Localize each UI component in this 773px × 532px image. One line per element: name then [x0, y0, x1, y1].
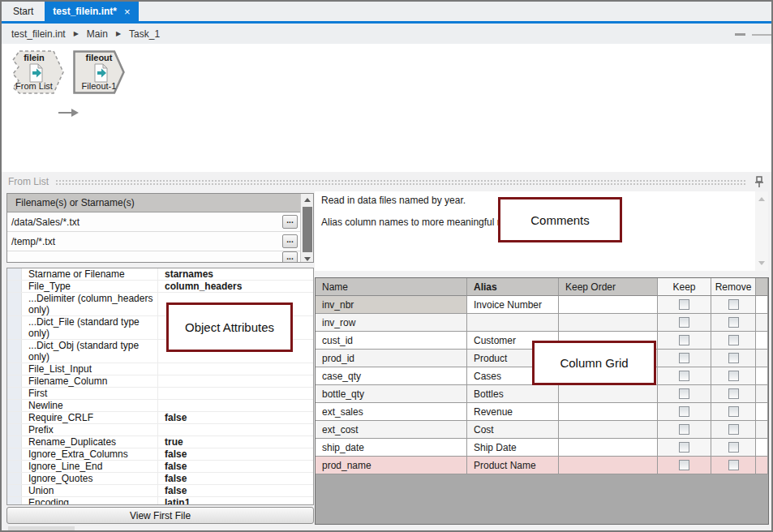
filename-row[interactable]: ... [7, 251, 300, 263]
header-keep-order[interactable]: Keep Order [559, 278, 658, 296]
keep-checkbox[interactable] [679, 371, 689, 381]
tab-close-icon[interactable]: × [124, 6, 131, 17]
column-row-highlighted[interactable]: prod_name Product Name [316, 457, 768, 474]
keep-checkbox[interactable] [679, 442, 689, 453]
view-first-file-button[interactable]: View First File [6, 507, 314, 524]
remove-checkbox[interactable] [728, 353, 739, 363]
attribute-row[interactable]: Ignore_Quotesfalse [7, 473, 313, 485]
attribute-row[interactable]: Starname or Filenamestarnames [7, 268, 313, 281]
keep-order-cell[interactable] [559, 385, 658, 403]
keep-order-cell[interactable] [559, 314, 658, 332]
keep-checkbox[interactable] [679, 424, 689, 435]
remove-checkbox[interactable] [728, 406, 739, 417]
attribute-row[interactable]: Require_CRLFfalse [7, 412, 313, 424]
attribute-row[interactable]: Unionfalse [7, 485, 313, 497]
column-row[interactable]: ship_date Ship Date [316, 439, 768, 457]
header-remove[interactable]: Remove [711, 278, 756, 296]
header-name[interactable]: Name [316, 278, 467, 296]
keep-checkbox[interactable] [679, 460, 689, 470]
remove-checkbox[interactable] [728, 460, 739, 470]
keep-order-cell[interactable] [559, 403, 658, 421]
filename-value[interactable]: /temp/*.txt [7, 236, 282, 247]
keep-order-cell[interactable] [559, 296, 658, 314]
column-name-cell[interactable]: ext_cost [316, 421, 467, 439]
attribute-row[interactable]: File_List_Input [7, 363, 313, 375]
attribute-row[interactable]: Encodinglatin1 [7, 497, 313, 505]
column-row[interactable]: ext_sales Revenue [316, 403, 768, 421]
alias-cell[interactable]: Product Name [467, 457, 559, 474]
remove-checkbox[interactable] [728, 335, 739, 345]
column-name-cell[interactable]: prod_name [316, 457, 467, 474]
keep-order-cell[interactable] [559, 421, 658, 439]
attribute-row[interactable]: Ignore_Extra_Columnsfalse [7, 448, 313, 461]
filename-row[interactable]: /temp/*.txt ... [7, 232, 300, 251]
browse-button[interactable]: ... [282, 215, 298, 229]
comments-scrollbar[interactable] [755, 191, 768, 271]
filename-row[interactable]: /data/Sales/*.txt ... [7, 212, 300, 232]
scrollbar-up-button[interactable] [301, 194, 314, 206]
collapse-dash-icon[interactable] [735, 33, 745, 36]
filename-list-scrollbar[interactable] [300, 194, 313, 263]
alias-cell[interactable]: Bottles [467, 385, 559, 403]
browse-button[interactable]: ... [282, 251, 298, 263]
keep-order-cell[interactable] [559, 457, 658, 474]
object-attributes-annotation-label: Object Attributes [185, 320, 274, 334]
keep-checkbox[interactable] [679, 299, 689, 310]
column-name-cell[interactable]: inv_nbr [316, 296, 467, 314]
remove-checkbox[interactable] [728, 299, 739, 310]
horizontal-scrollbar-thumb[interactable] [8, 526, 75, 530]
tab-test-filein[interactable]: test_filein.int* × [45, 2, 138, 21]
remove-checkbox[interactable] [728, 371, 739, 381]
column-name-cell[interactable]: bottle_qty [316, 385, 467, 403]
pin-icon[interactable] [754, 176, 765, 188]
column-row[interactable]: bottle_qty Bottles [316, 385, 768, 403]
column-row[interactable]: ext_cost Cost [316, 421, 768, 439]
column-name-cell[interactable]: ship_date [316, 439, 467, 457]
attribute-row[interactable]: File_Typecolumn_headers [7, 281, 313, 293]
column-grid: Name Alias Keep Order Keep Remove inv_nb… [315, 277, 769, 525]
remove-checkbox[interactable] [728, 424, 739, 435]
column-name-cell[interactable]: prod_id [316, 350, 467, 367]
attribute-row[interactable]: Rename_Duplicatestrue [7, 436, 313, 448]
alias-cell[interactable]: Cost [467, 421, 559, 439]
node-fileout[interactable]: fileout Fileout-1 [73, 50, 130, 94]
flow-canvas[interactable]: filein From List fileout [2, 44, 771, 172]
alias-cell[interactable]: Invoice Number [467, 296, 559, 314]
node-filein[interactable]: filein From List [8, 50, 65, 94]
keep-checkbox[interactable] [679, 335, 689, 345]
keep-order-cell[interactable] [559, 439, 658, 457]
filename-value[interactable]: /data/Sales/*.txt [7, 217, 282, 228]
column-row[interactable]: inv_nbr Invoice Number [316, 296, 768, 314]
attribute-row[interactable]: Ignore_Line_Endfalse [7, 461, 313, 473]
attribute-row[interactable]: First [7, 388, 313, 400]
scrollbar-down-button[interactable] [755, 257, 768, 269]
breadcrumb-item-task[interactable]: Task_1 [127, 28, 161, 40]
remove-checkbox[interactable] [728, 442, 739, 453]
keep-checkbox[interactable] [679, 388, 689, 399]
breadcrumb-item-main[interactable]: Main [85, 28, 110, 40]
attribute-row[interactable]: Newline [7, 400, 313, 412]
column-name-cell[interactable]: inv_row [316, 314, 467, 332]
column-name-cell[interactable]: case_qty [316, 367, 467, 385]
column-row[interactable]: inv_row [316, 314, 768, 332]
alias-cell[interactable] [467, 314, 559, 332]
remove-checkbox[interactable] [728, 317, 739, 328]
tab-start[interactable]: Start [2, 2, 45, 21]
breadcrumb-item-file[interactable]: test_filein.int [10, 28, 67, 40]
attribute-row[interactable]: Filename_Column [7, 375, 313, 388]
remove-checkbox[interactable] [728, 388, 739, 399]
keep-checkbox[interactable] [679, 317, 689, 328]
attribute-row[interactable]: Prefix [7, 424, 313, 436]
keep-checkbox[interactable] [679, 353, 689, 363]
scrollbar-up-button[interactable] [755, 193, 768, 205]
scrollbar-thumb[interactable] [303, 207, 312, 252]
column-name-cell[interactable]: cust_id [316, 332, 467, 350]
header-keep[interactable]: Keep [658, 278, 711, 296]
scrollbar-down-button[interactable] [301, 253, 314, 263]
browse-button[interactable]: ... [282, 234, 298, 248]
column-name-cell[interactable]: ext_sales [316, 403, 467, 421]
header-alias[interactable]: Alias [467, 278, 559, 296]
keep-checkbox[interactable] [679, 406, 689, 417]
alias-cell[interactable]: Revenue [467, 403, 559, 421]
alias-cell[interactable]: Ship Date [467, 439, 559, 457]
